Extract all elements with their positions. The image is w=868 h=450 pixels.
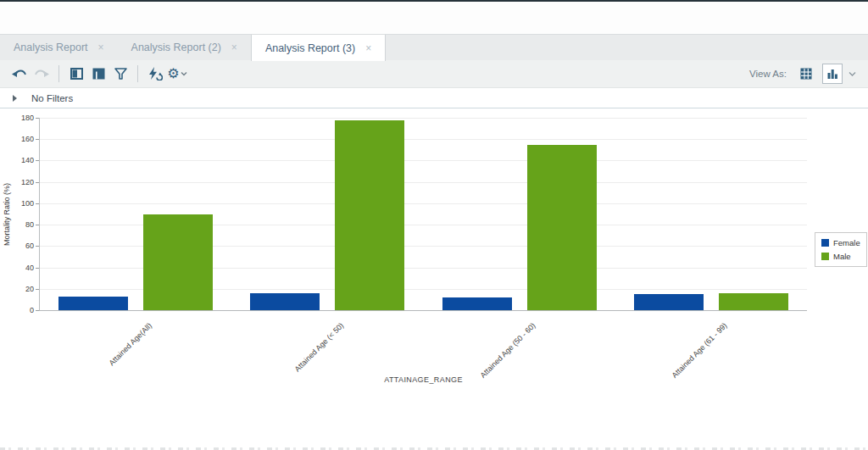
column-layout-button[interactable] [87,64,109,83]
bar-male-3[interactable] [719,293,788,310]
chart-region: Mortality Ratio (%) 02040608010012014016… [0,108,868,450]
title-bar-space [0,2,868,34]
bar-female-2[interactable] [442,297,512,310]
y-tick-mark [36,310,39,311]
y-tick-mark [36,118,39,119]
gridline [40,118,807,119]
y-tick-mark [36,182,39,183]
y-tick-mark [36,225,39,225]
plot-area: Mortality Ratio (%) 02040608010012014016… [40,118,807,310]
close-icon[interactable]: × [365,43,371,53]
app-window: Analysis Report × Analysis Report (2) × … [0,0,868,450]
run-refresh-icon [147,67,163,81]
close-icon[interactable]: × [98,42,104,53]
chevron-down-icon [181,71,187,76]
y-tick-mark [36,268,39,269]
bar-male-2[interactable] [527,145,597,310]
close-icon[interactable]: × [231,42,237,53]
y-tick-label: 60 [25,242,34,250]
table-view-button[interactable] [796,64,816,84]
y-tick-mark [36,160,39,161]
x-category-label: Attained Age(All) [108,321,153,367]
legend-label: Female [833,238,860,247]
toolbar-separator [137,65,138,82]
filter-button[interactable] [109,64,131,83]
y-tick-label: 180 [21,114,34,122]
y-tick-label: 100 [21,199,34,208]
y-axis-line [39,118,40,310]
x-category-label: Attained Age (61 - 99) [670,321,729,380]
swap-layout-button[interactable] [65,64,87,83]
y-tick-mark [36,139,39,140]
toolbar-separator [58,65,59,82]
view-as-label: View As: [749,69,787,79]
chart-view-button[interactable] [822,64,843,84]
swap-layout-icon [70,68,83,80]
y-axis-title: Mortality Ratio (%) [0,118,14,310]
x-axis-line [39,310,807,311]
x-category-label: Attained Age (50 - 60) [479,321,537,380]
run-refresh-button[interactable] [144,64,166,83]
toolbar: ⚙ View As: [0,60,868,88]
x-axis-title: ATTAINAGE_RANGE [40,375,807,384]
tab-label: Analysis Report [14,42,88,53]
filter-bar-label: No Filters [31,93,73,103]
legend-swatch-icon [821,253,829,260]
undo-button[interactable] [8,64,31,83]
bar-female-0[interactable] [58,297,128,310]
y-tick-label: 140 [21,156,34,164]
gridline [40,182,807,183]
y-tick-label: 0 [30,306,34,314]
bar-male-1[interactable] [335,120,404,310]
legend-label: Male [833,252,851,261]
tab-bar: Analysis Report × Analysis Report (2) × … [0,34,868,61]
y-tick-mark [36,246,39,247]
tab-analysis-report-3[interactable]: Analysis Report (3) × [251,35,386,61]
table-view-icon [800,68,812,80]
undo-icon [12,68,27,81]
y-tick-label: 80 [25,220,34,229]
view-as-group: View As: [749,64,860,84]
legend-item-female[interactable]: Female [821,238,860,247]
chevron-down-icon [849,71,856,77]
redo-icon [34,68,49,81]
y-tick-mark [36,289,39,290]
column-layout-icon [92,68,105,80]
filter-bar[interactable]: No Filters [0,89,868,108]
tab-label: Analysis Report (2) [131,42,221,53]
gear-icon: ⚙ [167,67,179,81]
x-category-label: Attained Age (< 50) [293,321,346,374]
y-tick-label: 160 [21,135,34,143]
view-as-menu-chevron[interactable] [849,71,856,77]
y-tick-label: 20 [25,285,34,293]
tab-analysis-report-2[interactable]: Analysis Report (2) × [118,35,251,60]
bar-female-1[interactable] [250,293,320,310]
chart-view-icon [826,68,838,80]
settings-button[interactable]: ⚙ [166,64,188,83]
expander-triangle-icon[interactable] [13,95,17,102]
tab-analysis-report-1[interactable]: Analysis Report × [0,35,118,60]
legend-item-male[interactable]: Male [821,252,860,261]
bar-female-3[interactable] [634,294,704,310]
legend: FemaleMale [815,232,867,267]
y-tick-label: 40 [25,264,34,272]
bar-male-0[interactable] [143,214,213,311]
gridline [40,160,807,161]
gridline [40,139,807,140]
filter-funnel-icon [114,68,127,80]
tab-label: Analysis Report (3) [265,42,355,54]
legend-swatch-icon [821,239,829,247]
redo-button [31,64,53,83]
y-tick-mark [36,203,39,204]
y-tick-label: 120 [21,178,34,186]
gridline [40,203,807,204]
